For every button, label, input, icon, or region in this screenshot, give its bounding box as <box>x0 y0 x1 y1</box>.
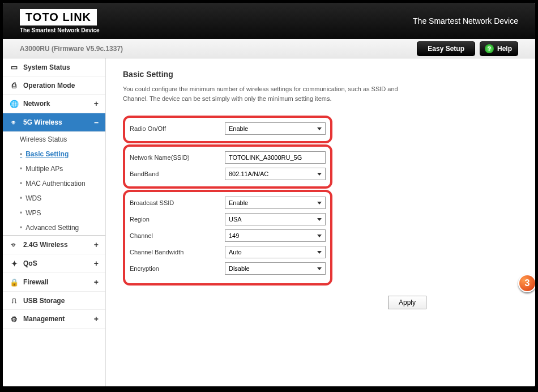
mode-icon: ⎙ <box>10 81 19 90</box>
sidebar-item-network[interactable]: 🌐 Network + <box>3 95 105 113</box>
logo: TOTO LINK <box>20 9 97 25</box>
region-select[interactable]: USA <box>225 213 326 225</box>
sidebar-item-24g-wireless[interactable]: ᯤ 2.4G Wireless + <box>3 235 105 254</box>
ssid-input[interactable] <box>225 151 326 164</box>
easy-setup-button[interactable]: Easy Setup <box>417 41 475 56</box>
chevron-down-icon <box>317 202 322 204</box>
wifi-icon: ᯤ <box>10 241 19 249</box>
bandwidth-select[interactable]: Auto <box>225 246 326 258</box>
annotation-box-1: Radio On/Off Enable <box>123 116 332 143</box>
encryption-label: Encryption <box>130 265 225 272</box>
sidebar: ▭ System Status ⎙ Operation Mode 🌐 Netwo… <box>3 58 106 386</box>
region-label: Region <box>130 216 225 223</box>
help-icon: ? <box>485 44 494 53</box>
band-label: BandBand <box>130 171 225 177</box>
logo-block: TOTO LINK The Smartest Network Device <box>20 9 100 33</box>
broadcast-label: Broadcast SSID <box>130 199 225 206</box>
collapse-icon: – <box>94 118 99 127</box>
chevron-down-icon <box>317 173 322 176</box>
sidebar-label: System Status <box>23 63 70 71</box>
globe-icon: 🌐 <box>10 100 19 108</box>
sidebar-item-operation-mode[interactable]: ⎙ Operation Mode <box>3 76 105 95</box>
sidebar-item-firewall[interactable]: 🔒 Firewall + <box>3 273 105 292</box>
sidebar-item-5g-wireless[interactable]: ᯤ 5G Wireless – <box>3 113 105 132</box>
expand-icon: + <box>94 240 99 249</box>
sidebar-item-management[interactable]: ⚙ Management + <box>3 310 105 329</box>
annotation-box-3: Broadcast SSID Enable Region USA <box>123 190 332 286</box>
status-icon: ▭ <box>10 63 19 71</box>
chevron-down-icon <box>317 251 322 254</box>
sidebar-sub-advanced[interactable]: Advanced Setting <box>3 220 105 235</box>
sidebar-sub-mac-auth[interactable]: MAC Authentication <box>3 176 105 191</box>
annotation-badge-3: 3 <box>518 274 535 292</box>
gear-icon: ⚙ <box>10 315 19 323</box>
expand-icon: + <box>94 99 99 108</box>
band-select[interactable]: 802.11A/N/AC <box>225 168 326 180</box>
page-description: You could configure the minimum number o… <box>123 84 417 103</box>
sidebar-item-qos[interactable]: ✦ QoS + <box>3 254 105 273</box>
wifi-icon: ᯤ <box>10 118 19 127</box>
chevron-down-icon <box>317 218 322 221</box>
chevron-down-icon <box>317 127 322 130</box>
radio-label: Radio On/Off <box>130 125 225 132</box>
sidebar-label: 2.4G Wireless <box>23 241 68 249</box>
sidebar-label: QoS <box>23 259 37 267</box>
sidebar-label: Operation Mode <box>23 82 75 90</box>
encryption-select[interactable]: Disable <box>225 262 326 275</box>
content-area: Basic Setting You could configure the mi… <box>106 58 535 386</box>
help-label: Help <box>497 45 512 53</box>
header-slogan: The Smartest Network Device <box>413 16 518 25</box>
apply-button[interactable]: Apply <box>388 296 426 309</box>
expand-icon: + <box>94 314 99 323</box>
sidebar-sub-wds[interactable]: WDS <box>3 191 105 206</box>
sidebar-sub-basic-setting[interactable]: Basic Setting <box>3 147 105 161</box>
ssid-label: Network Name(SSID) <box>130 154 225 161</box>
channel-select[interactable]: 149 <box>225 229 326 242</box>
firmware-label: A3000RU (Firmware V5.9c.1337) <box>20 45 123 53</box>
sidebar-sub-multiple-aps[interactable]: Multiple APs <box>3 161 105 176</box>
page-title: Basic Setting <box>123 70 518 79</box>
sidebar-label: Firewall <box>23 278 49 286</box>
help-button[interactable]: ? Help <box>480 41 518 56</box>
sidebar-label: Management <box>23 315 65 323</box>
sidebar-sub-wireless-status[interactable]: Wireless Status <box>3 132 105 147</box>
usb-icon: ⎍ <box>10 296 19 305</box>
expand-icon: + <box>94 278 99 287</box>
chevron-down-icon <box>317 267 322 270</box>
sidebar-item-usb[interactable]: ⎍ USB Storage <box>3 292 105 310</box>
radio-select[interactable]: Enable <box>225 122 326 135</box>
sidebar-sub-wps[interactable]: WPS <box>3 206 105 220</box>
qos-icon: ✦ <box>10 259 19 268</box>
bandwidth-label: Channel Bandwidth <box>130 249 225 255</box>
info-bar: A3000RU (Firmware V5.9c.1337) Easy Setup… <box>3 39 535 58</box>
sidebar-label: 5G Wireless <box>23 118 62 126</box>
chevron-down-icon <box>317 235 322 237</box>
sidebar-item-system-status[interactable]: ▭ System Status <box>3 58 105 76</box>
annotation-box-2: Network Name(SSID) BandBand 802.11A/N/AC <box>123 144 332 189</box>
sidebar-label: Network <box>23 100 50 108</box>
sidebar-label: USB Storage <box>23 297 65 305</box>
lock-icon: 🔒 <box>10 278 19 287</box>
broadcast-select[interactable]: Enable <box>225 197 326 209</box>
channel-label: Channel <box>130 232 225 239</box>
logo-tagline: The Smartest Network Device <box>20 27 100 33</box>
header: TOTO LINK The Smartest Network Device Th… <box>3 3 535 39</box>
expand-icon: + <box>94 259 99 268</box>
